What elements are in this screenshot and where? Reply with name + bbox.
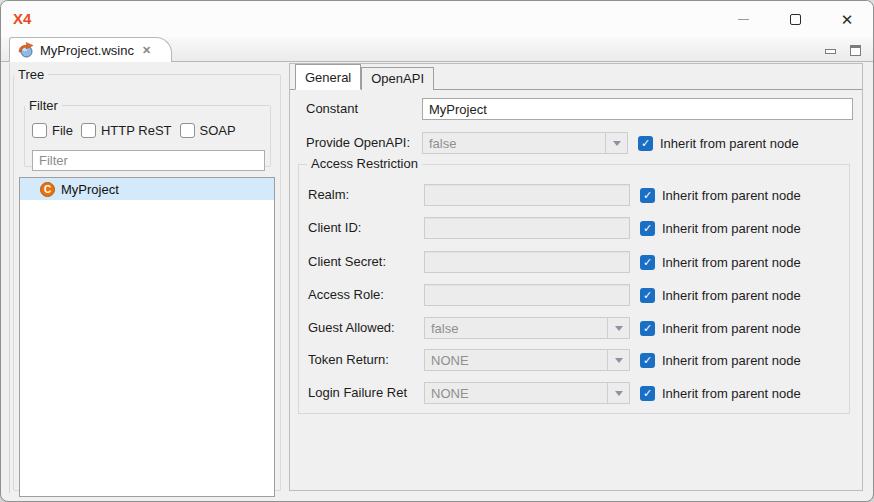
tab-general[interactable]: General: [295, 64, 361, 90]
inherit-checkbox-guest-allowed[interactable]: Inherit from parent node: [640, 317, 801, 339]
inherit-checkbox-access-role[interactable]: Inherit from parent node: [640, 284, 801, 306]
constant-input[interactable]: [422, 98, 853, 120]
checkbox-checked-icon: [640, 386, 655, 401]
filter-group: Filter File HTTP ReST SOAP: [24, 98, 271, 167]
dropdown-arrow-icon: [607, 318, 629, 338]
maximize-icon: [790, 14, 801, 25]
token-return-select[interactable]: NONE: [424, 349, 630, 371]
realm-input[interactable]: [424, 184, 630, 206]
editor-tab[interactable]: MyProject.wsinc: [9, 37, 172, 62]
x4-logo: X4: [13, 10, 31, 27]
filter-checkbox-row: File HTTP ReST SOAP: [32, 123, 236, 138]
checkbox-unchecked-icon: [81, 123, 96, 138]
window-controls: ✕: [717, 1, 873, 37]
inherit-checkbox-login-failure[interactable]: Inherit from parent node: [640, 382, 801, 404]
checkbox-checked-icon: [640, 221, 655, 236]
provide-openapi-select[interactable]: false: [422, 132, 628, 154]
view-maximize-icon[interactable]: [850, 45, 861, 56]
checkbox-checked-icon: [640, 288, 655, 303]
tab-openapi[interactable]: OpenAPI: [361, 67, 434, 90]
access-role-input[interactable]: [424, 284, 630, 306]
tree-group: Tree Filter File HTTP ReST SOAP: [13, 67, 281, 491]
wsinc-file-icon: [18, 42, 34, 58]
title-bar: X4 ✕: [1, 1, 873, 37]
minimize-icon: [738, 19, 749, 20]
inherit-checkbox-token-return[interactable]: Inherit from parent node: [640, 349, 801, 371]
row-client-id: Client ID: Inherit from parent node: [299, 217, 849, 239]
filter-checkbox-soap[interactable]: SOAP: [180, 123, 236, 138]
filter-checkbox-http-rest[interactable]: HTTP ReST: [81, 123, 172, 138]
row-client-secret: Client Secret: Inherit from parent node: [299, 251, 849, 273]
dropdown-arrow-icon: [605, 133, 627, 153]
checkbox-checked-icon: [638, 136, 653, 151]
filter-input[interactable]: [32, 150, 265, 171]
row-login-failure: Login Failure Ret NONE Inherit from pare…: [299, 382, 849, 404]
tree-item-label: MyProject: [61, 182, 119, 197]
constant-node-icon: C: [40, 182, 55, 197]
client-secret-input[interactable]: [424, 251, 630, 273]
row-access-role: Access Role: Inherit from parent node: [299, 284, 849, 306]
close-icon: ✕: [841, 12, 854, 27]
inherit-checkbox-realm[interactable]: Inherit from parent node: [640, 184, 801, 206]
dropdown-arrow-icon: [607, 350, 629, 370]
checkbox-unchecked-icon: [32, 123, 47, 138]
row-token-return: Token Return: NONE Inherit from parent n…: [299, 349, 849, 371]
tab-close-icon[interactable]: [142, 44, 151, 57]
minimize-button[interactable]: [717, 1, 769, 37]
properties-tab-bar: General OpenAPI: [290, 66, 862, 90]
tree-group-label: Tree: [14, 67, 48, 82]
inherit-checkbox-provide-openapi[interactable]: Inherit from parent node: [638, 132, 799, 154]
inherit-checkbox-client-id[interactable]: Inherit from parent node: [640, 217, 801, 239]
editor-area-buttons: [825, 43, 861, 56]
checkbox-checked-icon: [640, 255, 655, 270]
filter-group-label: Filter: [25, 98, 62, 113]
row-realm: Realm: Inherit from parent node: [299, 184, 849, 206]
checkbox-unchecked-icon: [180, 123, 195, 138]
properties-panel: General OpenAPI Constant Provide OpenAPI…: [289, 63, 863, 491]
checkbox-checked-icon: [640, 353, 655, 368]
inherit-checkbox-client-secret[interactable]: Inherit from parent node: [640, 251, 801, 273]
guest-allowed-select[interactable]: false: [424, 317, 630, 339]
row-provide-openapi: Provide OpenAPI: false Inherit from pare…: [290, 132, 862, 154]
view-minimize-icon[interactable]: [825, 49, 836, 54]
maximize-button[interactable]: [769, 1, 821, 37]
constant-label: Constant: [306, 98, 358, 120]
dropdown-arrow-icon: [607, 383, 629, 403]
editor-tab-title: MyProject.wsinc: [40, 43, 134, 58]
project-tree[interactable]: C MyProject: [19, 177, 275, 497]
filter-checkbox-file[interactable]: File: [32, 123, 73, 138]
view-divider: [9, 63, 10, 493]
client-id-input[interactable]: [424, 217, 630, 239]
row-guest-allowed: Guest Allowed: false Inherit from parent…: [299, 317, 849, 339]
checkbox-checked-icon: [640, 321, 655, 336]
editor-tab-strip: MyProject.wsinc: [1, 37, 873, 62]
access-restriction-label: Access Restriction: [307, 156, 422, 171]
access-restriction-group: Access Restriction Realm: Inherit from p…: [298, 164, 850, 414]
row-constant: Constant: [290, 98, 862, 120]
close-button[interactable]: ✕: [821, 1, 873, 37]
login-failure-select[interactable]: NONE: [424, 382, 630, 404]
tree-item-myproject[interactable]: C MyProject: [20, 178, 274, 200]
app-window: X4 ✕ MyProject.wsinc Tree Filter: [0, 0, 874, 502]
provide-openapi-label: Provide OpenAPI:: [306, 132, 410, 154]
checkbox-checked-icon: [640, 188, 655, 203]
